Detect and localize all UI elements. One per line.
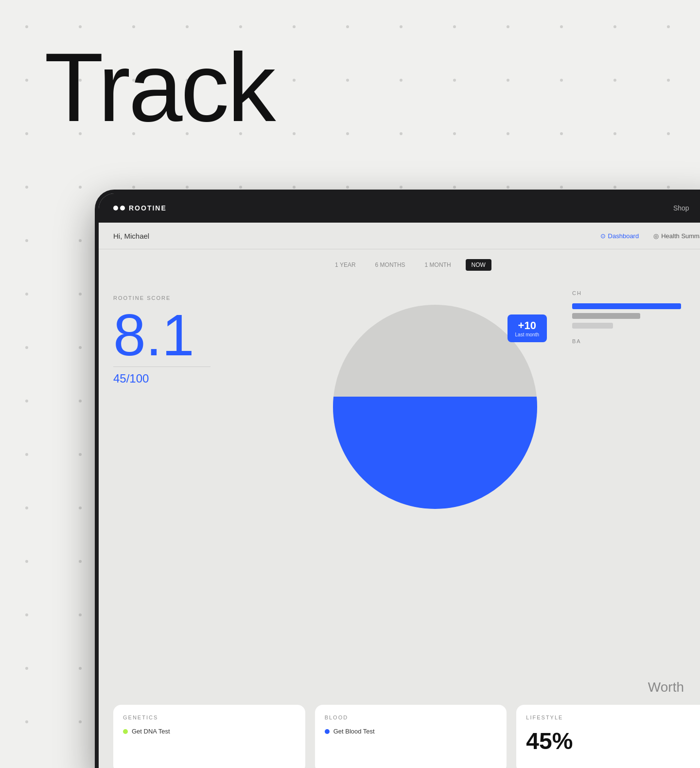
tablet-device: ROOTINE Shop S Hi, Michael ⊙ Dashboard ◎	[95, 190, 700, 768]
right-panel: CH BA	[572, 285, 700, 528]
main-content-area: 1 YEAR 6 MONTHS 1 MONTH NOW ROOTINE SCOR…	[99, 249, 700, 768]
logo-text: ROOTINE	[129, 204, 167, 212]
cards-row: GENETICS Get DNA Test BLOOD Get Blood Te…	[113, 705, 700, 768]
worth-label: Worth	[648, 680, 684, 695]
circle-chart: +10 Last month	[333, 305, 537, 509]
dashboard-grid: ROOTINE SCORE 8.1 45/100 +10	[113, 285, 700, 528]
ba-label: BA	[572, 338, 700, 344]
circle-fill	[333, 397, 537, 509]
lifestyle-card: LIFESTYLE 45%	[516, 705, 700, 768]
chart-tooltip: +10 Last month	[508, 314, 547, 342]
lifestyle-card-label: LIFESTYLE	[526, 715, 699, 720]
logo: ROOTINE	[113, 204, 167, 212]
logo-dot-1	[113, 206, 118, 210]
greeting-text: Hi, Michael	[113, 232, 149, 240]
time-filter-bar: 1 YEAR 6 MONTHS 1 MONTH NOW	[113, 259, 700, 271]
tablet-frame: ROOTINE Shop S Hi, Michael ⊙ Dashboard ◎	[95, 190, 700, 768]
filter-now[interactable]: NOW	[466, 259, 491, 271]
filter-1year[interactable]: 1 YEAR	[330, 259, 360, 271]
app-screen: ROOTINE Shop S Hi, Michael ⊙ Dashboard ◎	[99, 193, 700, 768]
logo-dots	[113, 206, 125, 210]
tooltip-label: Last month	[515, 332, 539, 337]
blood-item-text: Get Blood Test	[333, 728, 375, 735]
genetics-card-label: GENETICS	[123, 715, 296, 720]
blood-card-item: Get Blood Test	[325, 728, 497, 735]
sub-nav-links: ⊙ Dashboard ◎ Health Summary	[600, 232, 700, 240]
blood-card-label: BLOOD	[325, 715, 497, 720]
nav-shop-link[interactable]: Shop	[673, 204, 689, 212]
blood-card: BLOOD Get Blood Test	[315, 705, 507, 768]
genetics-card-item: Get DNA Test	[123, 728, 296, 735]
filter-6months[interactable]: 6 MONTHS	[370, 259, 410, 271]
nav-right-links: Shop S	[673, 204, 700, 212]
sub-navbar: Hi, Michael ⊙ Dashboard ◎ Health Summary	[99, 223, 700, 249]
score-divider	[113, 367, 210, 367]
health-summary-icon: ◎	[653, 232, 659, 240]
lifestyle-value: 45%	[526, 728, 699, 754]
health-summary-label: Health Summary	[661, 232, 700, 240]
bar-neutral	[572, 313, 640, 319]
bar-negative	[572, 323, 613, 329]
score-label: ROOTINE SCORE	[113, 295, 298, 301]
genetics-dot	[123, 729, 128, 734]
hero-title: Track	[44, 39, 274, 136]
dashboard-nav-link[interactable]: ⊙ Dashboard	[600, 232, 639, 240]
genetics-item-text: Get DNA Test	[132, 728, 170, 735]
filter-1month[interactable]: 1 MONTH	[420, 259, 456, 271]
tooltip-value: +10	[515, 319, 539, 332]
circle-chart-panel: +10 Last month	[308, 285, 562, 528]
top-navbar: ROOTINE Shop S	[99, 193, 700, 223]
score-subvalue: 45/100	[113, 372, 298, 385]
genetics-card: GENETICS Get DNA Test	[113, 705, 305, 768]
score-value: 8.1	[113, 306, 298, 364]
bar-positive	[572, 303, 681, 309]
health-summary-nav-link[interactable]: ◎ Health Summary	[653, 232, 700, 240]
circle-background	[333, 305, 537, 509]
blood-dot	[325, 729, 330, 734]
score-panel: ROOTINE SCORE 8.1 45/100	[113, 285, 298, 528]
change-bars	[572, 303, 700, 329]
logo-dot-2	[120, 206, 125, 210]
change-label: CH	[572, 290, 700, 296]
dashboard-label: Dashboard	[608, 232, 639, 240]
dashboard-icon: ⊙	[600, 232, 606, 240]
